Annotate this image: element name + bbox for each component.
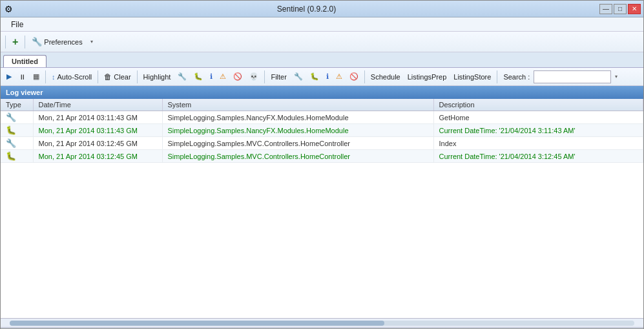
grid-icon: ▦ (33, 72, 39, 81)
minimize-button[interactable]: — (599, 4, 612, 14)
hl-warn[interactable]: ⚠ (216, 69, 229, 85)
log-table: Type Date/Time System Description 🔧 Mon,… (1, 99, 643, 163)
preferences-icon: 🔧 (32, 37, 42, 47)
add-button[interactable]: + (9, 34, 21, 50)
row-type-icon: 🐛 (1, 124, 33, 137)
hl-info-icon: ℹ (210, 72, 213, 81)
hl-bug-icon: 🐛 (194, 72, 203, 81)
fl-err-icon: 🚫 (349, 72, 358, 81)
hl-info[interactable]: ℹ (207, 69, 216, 85)
search-dropdown[interactable]: ▾ (612, 69, 621, 85)
row-type-icon: 🐛 (1, 150, 33, 163)
row-system: SimpleLogging.Samples.MVC.Controllers.Ho… (162, 150, 433, 163)
hl-fatal[interactable]: 💀 (246, 69, 262, 85)
fl-wrench[interactable]: 🔧 (291, 69, 306, 85)
play-icon: ▶ (6, 72, 12, 81)
log-toolbar: ▶ ⏸ ▦ ↕ Auto-Scroll 🗑 Clear Highlight 🔧 … (1, 68, 643, 86)
row-datetime: Mon, 21 Apr 2014 03:11:43 GM (33, 124, 162, 137)
horizontal-scrollbar[interactable] (1, 318, 643, 327)
clear-icon: 🗑 (104, 72, 112, 81)
fl-bug[interactable]: 🐛 (307, 69, 322, 85)
tb2-sep3 (137, 70, 138, 83)
section-title: Log viewer (6, 89, 43, 96)
pause-icon: ⏸ (19, 73, 26, 81)
clear-label: Clear (114, 73, 130, 81)
maximize-button[interactable]: □ (614, 4, 627, 14)
titlebar: ⚙ Sentinel (0.9.2.0) — □ ✕ (1, 1, 643, 17)
log-content-area[interactable]: Type Date/Time System Description 🔧 Mon,… (1, 99, 643, 318)
main-toolbar: + 🔧 Preferences ▾ (1, 32, 643, 52)
toolbar-sep-2 (25, 36, 25, 48)
search-input[interactable] (534, 70, 611, 83)
table-row[interactable]: 🔧 Mon, 21 Apr 2014 03:12:45 GM SimpleLog… (1, 137, 643, 150)
hl-bug[interactable]: 🐛 (191, 69, 206, 85)
fl-warn-icon: ⚠ (336, 72, 342, 81)
clear-button[interactable]: 🗑 Clear (101, 69, 134, 85)
search-chevron-icon: ▾ (615, 74, 618, 80)
hl-err[interactable]: 🚫 (230, 69, 245, 85)
preferences-button[interactable]: 🔧 Preferences (28, 34, 85, 50)
tb2-sep6 (497, 70, 497, 83)
row-description: Current DateTime: '21/04/2014 3:11:43 AM… (433, 124, 643, 137)
window-title: Sentinel (0.9.2.0) (14, 5, 599, 14)
hl-wrench[interactable]: 🔧 (174, 69, 190, 85)
chevron-down-icon: ▾ (90, 39, 93, 45)
tb2-sep2 (98, 70, 98, 83)
schedule-button[interactable]: Schedule (368, 69, 404, 85)
row-type-icon: 🔧 (1, 137, 33, 150)
highlight-button[interactable]: Highlight (140, 69, 174, 85)
search-label: Search : (503, 73, 530, 81)
listingsprep-label: ListingsPrep (408, 73, 447, 81)
preferences-dropdown[interactable]: ▾ (87, 34, 96, 50)
add-icon: + (12, 36, 18, 48)
row-datetime: Mon, 21 Apr 2014 03:12:45 GM (33, 137, 162, 150)
app-icon: ⚙ (3, 4, 14, 14)
menu-file[interactable]: File (6, 19, 28, 30)
fl-err[interactable]: 🚫 (346, 69, 362, 85)
listingsprep-button[interactable]: ListingsPrep (404, 69, 450, 85)
fl-wrench-icon: 🔧 (294, 72, 303, 81)
col-datetime: Date/Time (33, 99, 162, 111)
grid-button[interactable]: ▦ (30, 69, 43, 85)
menubar: File (1, 17, 643, 32)
highlight-label: Highlight (143, 73, 171, 81)
window-controls: — □ ✕ (599, 4, 641, 14)
hscroll-track[interactable] (10, 321, 634, 326)
row-description: Current DateTime: '21/04/2014 3:12:45 AM… (433, 150, 643, 163)
pause-button[interactable]: ⏸ (16, 69, 29, 85)
row-description: GetHome (433, 111, 643, 124)
filter-button[interactable]: Filter (267, 69, 289, 85)
table-row[interactable]: 🐛 Mon, 21 Apr 2014 03:11:43 GM SimpleLog… (1, 124, 643, 137)
autoscroll-label: Auto-Scroll (57, 73, 92, 81)
hl-wrench-icon: 🔧 (178, 72, 187, 81)
table-row[interactable]: 🔧 Mon, 21 Apr 2014 03:11:43 GM SimpleLog… (1, 111, 643, 124)
close-button[interactable]: ✕ (628, 4, 641, 14)
row-system: SimpleLogging.Samples.NancyFX.Modules.Ho… (162, 124, 433, 137)
schedule-label: Schedule (371, 73, 400, 81)
col-system: System (162, 99, 433, 111)
fl-info[interactable]: ℹ (323, 69, 332, 85)
hscroll-thumb[interactable] (10, 321, 384, 326)
filter-label: Filter (271, 73, 286, 81)
search-label-area: Search : (500, 69, 533, 85)
play-button[interactable]: ▶ (3, 69, 15, 85)
table-row[interactable]: 🐛 Mon, 21 Apr 2014 03:12:45 GM SimpleLog… (1, 150, 643, 163)
fl-warn[interactable]: ⚠ (333, 69, 346, 85)
toolbar-sep-1 (5, 36, 6, 48)
col-type: Type (1, 99, 33, 111)
listingstore-button[interactable]: ListingStore (450, 69, 494, 85)
tb2-sep1 (45, 70, 46, 83)
autoscroll-icon: ↕ (52, 73, 56, 81)
row-datetime: Mon, 21 Apr 2014 03:12:45 GM (33, 150, 162, 163)
row-description: Index (433, 137, 643, 150)
col-description: Description (433, 99, 643, 111)
tab-untitled[interactable]: Untitled (3, 55, 47, 67)
row-datetime: Mon, 21 Apr 2014 03:11:43 GM (33, 111, 162, 124)
tabs-bar: Untitled (1, 52, 643, 68)
fl-info-icon: ℹ (326, 72, 329, 81)
hl-fatal-icon: 💀 (249, 72, 258, 81)
hl-err-icon: 🚫 (233, 72, 242, 81)
hl-warn-icon: ⚠ (220, 72, 226, 81)
autoscroll-button[interactable]: ↕ Auto-Scroll (48, 69, 95, 85)
row-type-icon: 🔧 (1, 111, 33, 124)
